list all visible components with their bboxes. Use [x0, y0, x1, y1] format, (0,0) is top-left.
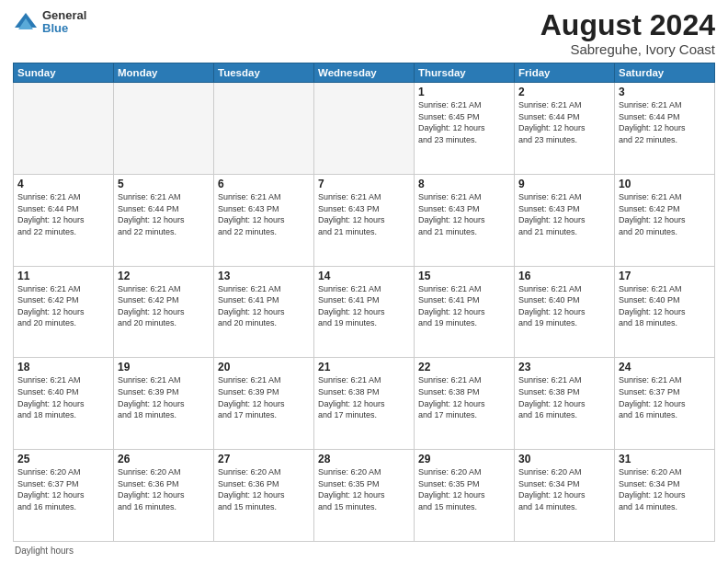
logo-text: General Blue: [42, 9, 86, 36]
calendar-cell: 17Sunrise: 6:21 AM Sunset: 6:40 PM Dayli…: [615, 266, 715, 358]
calendar-cell: 6Sunrise: 6:21 AM Sunset: 6:43 PM Daylig…: [214, 174, 314, 266]
day-number: 26: [118, 453, 210, 465]
day-info: Sunrise: 6:21 AM Sunset: 6:41 PM Dayligh…: [218, 283, 310, 329]
day-number: 12: [118, 270, 210, 282]
calendar-cell: 24Sunrise: 6:21 AM Sunset: 6:37 PM Dayli…: [615, 358, 715, 450]
day-number: 31: [619, 453, 711, 465]
day-number: 1: [418, 86, 510, 98]
day-info: Sunrise: 6:21 AM Sunset: 6:40 PM Dayligh…: [518, 283, 610, 329]
day-info: Sunrise: 6:21 AM Sunset: 6:40 PM Dayligh…: [619, 283, 711, 329]
day-number: 18: [17, 361, 109, 373]
calendar-header-sunday: Sunday: [14, 63, 114, 83]
day-info: Sunrise: 6:21 AM Sunset: 6:39 PM Dayligh…: [218, 374, 310, 420]
day-info: Sunrise: 6:20 AM Sunset: 6:35 PM Dayligh…: [418, 466, 510, 512]
day-info: Sunrise: 6:20 AM Sunset: 6:37 PM Dayligh…: [17, 466, 109, 512]
calendar-cell: 12Sunrise: 6:21 AM Sunset: 6:42 PM Dayli…: [114, 266, 214, 358]
day-info: Sunrise: 6:21 AM Sunset: 6:44 PM Dayligh…: [118, 191, 210, 237]
calendar-cell: 20Sunrise: 6:21 AM Sunset: 6:39 PM Dayli…: [214, 358, 314, 450]
day-number: 24: [619, 361, 711, 373]
calendar-cell: [314, 83, 415, 175]
day-number: 2: [518, 86, 610, 98]
day-info: Sunrise: 6:20 AM Sunset: 6:36 PM Dayligh…: [218, 466, 310, 512]
footer-note: Daylight hours: [13, 546, 715, 556]
calendar-cell: 5Sunrise: 6:21 AM Sunset: 6:44 PM Daylig…: [114, 174, 214, 266]
calendar-cell: 23Sunrise: 6:21 AM Sunset: 6:38 PM Dayli…: [515, 358, 615, 450]
calendar-cell: 2Sunrise: 6:21 AM Sunset: 6:44 PM Daylig…: [515, 83, 615, 175]
calendar-cell: 27Sunrise: 6:20 AM Sunset: 6:36 PM Dayli…: [214, 450, 314, 542]
calendar-table: SundayMondayTuesdayWednesdayThursdayFrid…: [13, 63, 715, 542]
day-number: 17: [619, 270, 711, 282]
day-info: Sunrise: 6:21 AM Sunset: 6:43 PM Dayligh…: [318, 191, 410, 237]
day-info: Sunrise: 6:21 AM Sunset: 6:39 PM Dayligh…: [118, 374, 210, 420]
day-info: Sunrise: 6:21 AM Sunset: 6:43 PM Dayligh…: [418, 191, 510, 237]
calendar-week-2: 4Sunrise: 6:21 AM Sunset: 6:44 PM Daylig…: [14, 174, 715, 266]
day-info: Sunrise: 6:21 AM Sunset: 6:43 PM Dayligh…: [218, 191, 310, 237]
daylight-label: Daylight hours: [15, 546, 74, 556]
logo-icon: [13, 9, 39, 35]
calendar-cell: 28Sunrise: 6:20 AM Sunset: 6:35 PM Dayli…: [314, 450, 415, 542]
day-number: 4: [17, 178, 109, 190]
day-info: Sunrise: 6:21 AM Sunset: 6:44 PM Dayligh…: [619, 99, 711, 145]
day-number: 13: [218, 270, 310, 282]
day-number: 6: [218, 178, 310, 190]
day-number: 22: [418, 361, 510, 373]
day-number: 8: [418, 178, 510, 190]
day-number: 28: [318, 453, 410, 465]
calendar-cell: 21Sunrise: 6:21 AM Sunset: 6:38 PM Dayli…: [314, 358, 415, 450]
calendar-header-row: SundayMondayTuesdayWednesdayThursdayFrid…: [14, 63, 715, 83]
logo-line1: General: [42, 9, 86, 22]
calendar-week-4: 18Sunrise: 6:21 AM Sunset: 6:40 PM Dayli…: [14, 358, 715, 450]
calendar-cell: 13Sunrise: 6:21 AM Sunset: 6:41 PM Dayli…: [214, 266, 314, 358]
day-info: Sunrise: 6:21 AM Sunset: 6:44 PM Dayligh…: [17, 191, 109, 237]
calendar-week-1: 1Sunrise: 6:21 AM Sunset: 6:45 PM Daylig…: [14, 83, 715, 175]
day-info: Sunrise: 6:21 AM Sunset: 6:38 PM Dayligh…: [518, 374, 610, 420]
calendar-cell: 4Sunrise: 6:21 AM Sunset: 6:44 PM Daylig…: [14, 174, 114, 266]
calendar-cell: 30Sunrise: 6:20 AM Sunset: 6:34 PM Dayli…: [515, 450, 615, 542]
day-number: 3: [619, 86, 711, 98]
day-info: Sunrise: 6:21 AM Sunset: 6:40 PM Dayligh…: [17, 374, 109, 420]
day-number: 29: [418, 453, 510, 465]
day-info: Sunrise: 6:21 AM Sunset: 6:41 PM Dayligh…: [418, 283, 510, 329]
day-info: Sunrise: 6:21 AM Sunset: 6:42 PM Dayligh…: [118, 283, 210, 329]
calendar-cell: 29Sunrise: 6:20 AM Sunset: 6:35 PM Dayli…: [415, 450, 515, 542]
page-title: August 2024: [540, 9, 715, 41]
day-number: 10: [619, 178, 711, 190]
calendar-cell: 22Sunrise: 6:21 AM Sunset: 6:38 PM Dayli…: [415, 358, 515, 450]
calendar-header-saturday: Saturday: [615, 63, 715, 83]
calendar-cell: 25Sunrise: 6:20 AM Sunset: 6:37 PM Dayli…: [14, 450, 114, 542]
day-number: 20: [218, 361, 310, 373]
day-info: Sunrise: 6:21 AM Sunset: 6:42 PM Dayligh…: [619, 191, 711, 237]
calendar-cell: 11Sunrise: 6:21 AM Sunset: 6:42 PM Dayli…: [14, 266, 114, 358]
calendar-cell: 26Sunrise: 6:20 AM Sunset: 6:36 PM Dayli…: [114, 450, 214, 542]
calendar-week-3: 11Sunrise: 6:21 AM Sunset: 6:42 PM Dayli…: [14, 266, 715, 358]
logo-line2: Blue: [42, 22, 86, 35]
calendar-cell: [14, 83, 114, 175]
page: General Blue August 2024 Sabreguhe, Ivor…: [0, 0, 728, 563]
calendar-header-tuesday: Tuesday: [214, 63, 314, 83]
day-info: Sunrise: 6:20 AM Sunset: 6:34 PM Dayligh…: [518, 466, 610, 512]
day-number: 23: [518, 361, 610, 373]
calendar-cell: [114, 83, 214, 175]
calendar-cell: 1Sunrise: 6:21 AM Sunset: 6:45 PM Daylig…: [415, 83, 515, 175]
calendar-header-wednesday: Wednesday: [314, 63, 415, 83]
calendar-cell: 15Sunrise: 6:21 AM Sunset: 6:41 PM Dayli…: [415, 266, 515, 358]
header: General Blue August 2024 Sabreguhe, Ivor…: [13, 9, 715, 57]
day-number: 14: [318, 270, 410, 282]
day-number: 30: [518, 453, 610, 465]
day-info: Sunrise: 6:20 AM Sunset: 6:34 PM Dayligh…: [619, 466, 711, 512]
calendar-cell: 3Sunrise: 6:21 AM Sunset: 6:44 PM Daylig…: [615, 83, 715, 175]
calendar-cell: 31Sunrise: 6:20 AM Sunset: 6:34 PM Dayli…: [615, 450, 715, 542]
calendar-cell: 19Sunrise: 6:21 AM Sunset: 6:39 PM Dayli…: [114, 358, 214, 450]
day-info: Sunrise: 6:21 AM Sunset: 6:38 PM Dayligh…: [418, 374, 510, 420]
calendar-header-monday: Monday: [114, 63, 214, 83]
logo: General Blue: [13, 9, 86, 36]
day-info: Sunrise: 6:21 AM Sunset: 6:45 PM Dayligh…: [418, 99, 510, 145]
day-number: 21: [318, 361, 410, 373]
calendar-header-friday: Friday: [515, 63, 615, 83]
day-info: Sunrise: 6:21 AM Sunset: 6:43 PM Dayligh…: [518, 191, 610, 237]
day-number: 11: [17, 270, 109, 282]
calendar-cell: 8Sunrise: 6:21 AM Sunset: 6:43 PM Daylig…: [415, 174, 515, 266]
calendar-cell: 18Sunrise: 6:21 AM Sunset: 6:40 PM Dayli…: [14, 358, 114, 450]
day-number: 16: [518, 270, 610, 282]
day-info: Sunrise: 6:20 AM Sunset: 6:35 PM Dayligh…: [318, 466, 410, 512]
